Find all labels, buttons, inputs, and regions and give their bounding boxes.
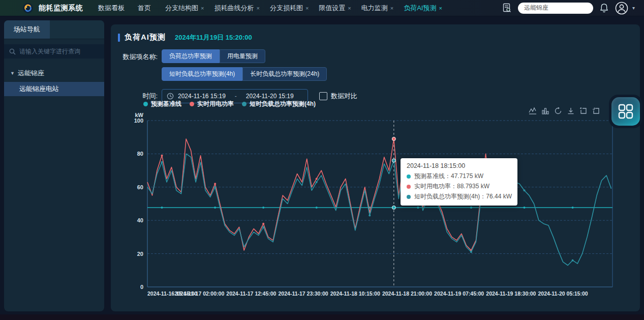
toolbar-zoom-select-icon[interactable] [579,107,588,115]
range-start: 2024-11-16 15:19 [178,93,226,100]
svg-text:0: 0 [140,284,143,290]
nav-tab[interactable]: 分支损耗图× [270,4,309,13]
bottom-strip [0,314,644,320]
system-title: 能耗监测系统 [39,4,83,13]
option-button-row: 负荷总功率预测用电量预测 [162,49,327,63]
svg-text:2024-11-19 18:30:00: 2024-11-19 18:30:00 [486,290,536,297]
station-sidebar: 场站导航 请输入关键字进行查询 ▼ 远能锦座 远能锦座电站 [4,20,104,311]
range-end: 2024-11-20 15:19 [246,93,294,100]
load-forecast-chart[interactable]: kW0204060801002024-11-16 15:15:002024-11… [117,111,628,305]
sidebar-search-placeholder: 请输入关键字进行查询 [19,47,80,56]
floating-menu-ring [609,95,642,128]
close-tab-icon[interactable]: × [390,5,393,11]
svg-text:2024-11-17 23:30:00: 2024-11-17 23:30:00 [279,290,328,297]
option-button[interactable]: 短时负载总功率预测(4h) [162,67,242,81]
chart-legend: 预测基准线实时用电功率短时负载总功率预测(4h) [143,100,316,108]
legend-label: 短时负载总功率预测(4h) [250,100,316,108]
title-accent-bar [118,34,120,42]
nav-tab[interactable]: 电力监测× [361,4,393,13]
station-tree: ▼ 远能锦座 远能锦座电站 [4,67,104,96]
chevron-down-icon[interactable]: ▾ [632,5,635,11]
nav-tab[interactable]: 限值设置× [319,4,351,13]
toolbar-line-chart-icon[interactable] [529,107,537,115]
tooltip-timestamp: 2024-11-18 18:15:00 [407,162,511,169]
tree-node-parent[interactable]: ▼ 远能锦座 [4,67,104,80]
toolbar-zoom-reset-icon[interactable] [592,107,600,115]
svg-text:100: 100 [134,118,143,124]
legend-item[interactable]: 实时用电功率 [190,100,234,108]
tooltip-rows: 预测基准线：47.7175 kW实时用电功率：88.7935 kW短时负载总功率… [407,172,511,201]
search-icon [9,48,16,55]
close-tab-icon[interactable]: × [439,5,442,11]
chart-toolbar [529,107,600,115]
option-button-row: 短时负载总功率预测(4h)长时负载总功率预测(24h) [162,67,327,81]
data-compare-toggle[interactable]: 数据对比 [319,92,357,101]
close-tab-icon[interactable]: × [256,5,259,11]
tooltip-series-value: 预测基准线：47.7175 kW [414,172,483,181]
main-panel: 负荷AI预测 2024年11月19日 15:20:00 数据项名称: 负荷总功率… [111,24,640,311]
sidebar-header: 场站导航 [4,20,104,39]
nav-tabs: 分支结构图×损耗曲线分析×分支损耗图×限值设置×电力监测×负荷AI预测× [165,4,442,13]
nav-tab[interactable]: 负荷AI预测× [404,4,442,13]
apps-grid-icon [618,103,634,120]
tab-station-navigation[interactable]: 场站导航 [4,20,50,39]
header-datetime: 2024年11月19日 15:20:00 [175,33,252,42]
tooltip-series-value: 实时用电功率：88.7935 kW [414,182,489,191]
svg-text:60: 60 [137,184,143,190]
svg-text:2024-11-18 21:00:00: 2024-11-18 21:00:00 [382,290,432,297]
notification-bell-icon[interactable] [599,3,609,13]
chart-tooltip: 2024-11-18 18:15:00 预测基准线：47.7175 kW实时用电… [401,158,517,206]
legend-dot [143,102,148,106]
report-search-icon[interactable] [502,3,512,13]
tooltip-series-dot [407,174,411,179]
option-button[interactable]: 长时负载总功率预测(24h) [242,67,327,81]
close-tab-icon[interactable]: × [305,5,309,11]
user-avatar-icon[interactable] [615,2,628,15]
nav-menu: 数据看板首页 [98,4,151,13]
tree-node-child-selected[interactable]: 远能锦座电站 [4,82,104,96]
toolbar-download-icon[interactable] [567,107,575,115]
nav-tab-label: 损耗曲线分析 [214,4,254,13]
clock-icon [167,93,174,100]
svg-text:2024-11-17 12:45:00: 2024-11-17 12:45:00 [226,290,276,297]
svg-text:80: 80 [137,151,143,157]
app-root: 能耗监测系统 数据看板首页 分支结构图×损耗曲线分析×分支损耗图×限值设置×电力… [0,0,644,320]
svg-text:2024-11-20 05:15:00: 2024-11-20 05:15:00 [538,290,588,297]
sidebar-tab-label: 场站导航 [14,25,40,34]
option-button[interactable]: 负荷总功率预测 [162,49,220,63]
nav-item[interactable]: 首页 [138,4,151,13]
option-button[interactable]: 用电量预测 [220,49,265,63]
legend-label: 实时用电功率 [197,100,234,108]
svg-text:40: 40 [137,217,143,223]
tooltip-row: 预测基准线：47.7175 kW [407,172,511,181]
sidebar-search-input[interactable]: 请输入关键字进行查询 [4,44,104,59]
nav-tab[interactable]: 损耗曲线分析× [214,4,259,13]
tooltip-row: 实时用电功率：88.7935 kW [407,182,511,191]
tree-expand-icon[interactable]: ▼ [10,71,15,76]
tooltip-series-value: 短时负载总功率预测(4h)：76.44 kW [414,192,512,201]
svg-text:20: 20 [137,251,143,257]
toolbar-refresh-icon[interactable] [554,107,562,115]
nav-tab-label: 分支结构图 [165,4,198,13]
nav-tab[interactable]: 分支结构图× [165,4,204,13]
data-item-label: 数据项名称: [118,52,158,62]
quick-apps-button[interactable] [611,97,640,126]
close-tab-icon[interactable]: × [348,5,351,11]
close-tab-icon[interactable]: × [201,5,204,11]
data-item-controls: 数据项名称: 负荷总功率预测用电量预测短时负载总功率预测(4h)长时负载总功率预… [118,49,640,81]
page-title: 负荷AI预测 [125,33,166,42]
toolbar-bar-chart-icon[interactable] [541,107,549,115]
legend-dot [242,102,247,106]
legend-item[interactable]: 预测基准线 [143,100,181,108]
tree-parent-label: 远能锦座 [18,69,44,78]
nav-item[interactable]: 数据看板 [98,4,125,13]
chart-area[interactable]: kW0204060801002024-11-16 15:15:002024-11… [117,111,628,307]
nav-tab-label: 分支损耗图 [270,4,303,13]
svg-text:2024-11-17 02:00:00: 2024-11-17 02:00:00 [174,290,224,297]
compare-checkbox[interactable] [319,92,327,100]
nav-tab-label: 限值设置 [319,4,345,13]
topbar-right: ▾ [502,2,635,15]
tooltip-row: 短时负载总功率预测(4h)：76.44 kW [407,192,511,201]
station-search-input[interactable] [518,3,593,14]
legend-item[interactable]: 短时负载总功率预测(4h) [242,100,316,108]
